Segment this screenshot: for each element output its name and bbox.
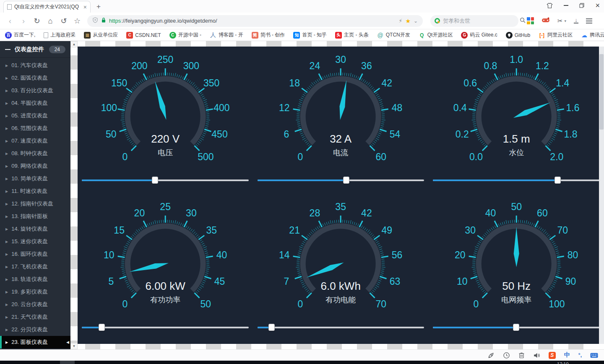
bookmark-item[interactable]: 简简书 - 创作 <box>252 31 285 39</box>
skin-theme-icon[interactable] <box>547 3 553 8</box>
browser-tab[interactable]: Qt自定义控件大全V2021(QQ × <box>3 1 91 13</box>
sidebar-item-05[interactable]: ▶05. 进度仪表盘 <box>0 109 70 122</box>
bookmark-item[interactable]: [-]阿里云社区 <box>539 31 573 39</box>
slider-handle[interactable] <box>555 177 561 184</box>
restore-button[interactable] <box>579 3 584 8</box>
scrollbar-thumb[interactable] <box>599 54 604 130</box>
sidebar-item-10[interactable]: ▶10. 简单仪表盘 <box>0 172 70 185</box>
bookmark-item[interactable]: 上海政府采 <box>44 31 76 39</box>
sidebar-item-07[interactable]: ▶07. 速度仪表盘 <box>0 135 70 147</box>
bookmark-icon: 头 <box>335 32 342 39</box>
sidebar-item-19[interactable]: ▶19. 多彩仪表盘 <box>0 286 70 298</box>
sidebar-item-14[interactable]: ▶14. 旋转仪表盘 <box>0 223 70 235</box>
gauge-slider-active-energy[interactable] <box>258 324 424 331</box>
slider-handle[interactable] <box>513 324 519 331</box>
slider-track[interactable] <box>258 327 424 328</box>
slider-handle[interactable] <box>152 177 158 184</box>
forward-icon[interactable]: › <box>18 17 29 25</box>
tab-close-icon[interactable]: × <box>83 4 87 10</box>
home-icon[interactable]: ⌂ <box>44 17 56 25</box>
sidebar-item-23[interactable]: ▶23. 面板仪表盘◀ <box>0 336 70 348</box>
back-icon[interactable]: ‹ <box>4 17 16 25</box>
sidebar-item-20[interactable]: ▶20. 云台仪表盘 <box>0 298 70 311</box>
sogou-ime-icon[interactable]: S <box>549 352 556 359</box>
slider-track[interactable] <box>82 327 248 328</box>
slider-track[interactable] <box>433 179 599 181</box>
apps-grid-icon[interactable] <box>527 17 534 24</box>
sidebar-item-03[interactable]: ▶03. 百分比仪表盘 <box>0 84 70 97</box>
gauge-tick-label: 49 <box>382 225 393 236</box>
trash-icon[interactable] <box>518 352 525 359</box>
bookmark-item[interactable]: @QTCN开发 <box>377 31 410 39</box>
volume-icon[interactable] <box>533 352 540 359</box>
sidebar-item-04[interactable]: ▶04. 半圆仪表盘 <box>0 97 70 109</box>
new-tab-button[interactable]: + <box>96 3 101 11</box>
search-icon[interactable] <box>520 17 526 25</box>
ime-language-icon[interactable]: 中 <box>564 351 570 359</box>
download-icon[interactable]: ↓ <box>574 18 578 23</box>
sidebar-title: 仪表盘控件 <box>15 46 45 53</box>
gauge-slider-grid-frequency[interactable] <box>433 324 599 331</box>
gauge-slider-voltage[interactable] <box>82 177 248 184</box>
collapse-icon[interactable] <box>5 49 10 50</box>
flash-icon[interactable]: ⚡ <box>398 18 402 24</box>
sidebar-item-08[interactable]: ▶08. 时钟仪表盘 <box>0 147 70 160</box>
slider-track[interactable] <box>82 179 248 181</box>
minimize-button[interactable] <box>564 5 568 6</box>
keyboard-icon[interactable] <box>590 353 598 358</box>
close-button[interactable]: × <box>595 2 600 9</box>
bookmark-item[interactable]: C开源中国 - <box>169 31 201 39</box>
gauge-slider-active-power[interactable] <box>82 324 248 331</box>
sidebar-item-21[interactable]: ▶21. 天气仪表盘 <box>0 311 70 323</box>
reload-icon[interactable]: ↻ <box>31 17 43 25</box>
gauge-slider-current[interactable] <box>258 177 424 184</box>
ime-punctuation-icon[interactable]: °, <box>578 352 582 358</box>
screenshot-scissors-icon[interactable]: ✂ <box>557 17 563 25</box>
sidebar-item-02[interactable]: ▶02. 圆弧仪表盘 <box>0 72 70 84</box>
sidebar-header[interactable]: 仪表盘控件 24 <box>0 41 70 58</box>
sidebar-item-16[interactable]: ▶16. 圆环仪表盘 <box>0 248 70 260</box>
sidebar-scrollbar[interactable]: ▲ ▼ <box>70 41 78 349</box>
sidebar-item-15[interactable]: ▶15. 迷你仪表盘 <box>0 235 70 248</box>
slider-handle[interactable] <box>99 324 105 331</box>
sidebar-item-09[interactable]: ▶09. 网络仪表盘 <box>0 160 70 172</box>
bookmark-item[interactable]: ▦从业单位应 <box>84 31 118 39</box>
sidebar-item-18[interactable]: ▶18. 轨道仪表盘 <box>0 273 70 286</box>
scissors-dropdown-icon[interactable]: ▾ <box>565 19 567 23</box>
sidebar-item-12[interactable]: ▶12. 指南针仪表盘 <box>0 198 70 210</box>
sidebar-item-01[interactable]: ▶01. 汽车仪表盘 <box>0 59 70 72</box>
bookmark-item[interactable]: CCSDN.NET <box>126 32 161 39</box>
scroll-down-icon[interactable]: ▼ <box>70 343 78 349</box>
rocket-icon[interactable] <box>487 352 495 359</box>
game-center-icon[interactable] <box>542 17 550 25</box>
favorite-star-icon[interactable]: ☆ <box>71 17 83 25</box>
taskbar-app-button[interactable] <box>60 361 75 364</box>
undo-icon[interactable]: ↺ <box>58 17 70 25</box>
bookmark-item[interactable]: 人博客园 - 开 <box>210 31 243 39</box>
sidebar-item-13[interactable]: ▶13. 指南针面板 <box>0 210 70 223</box>
bookmark-item[interactable]: G码云 Gitee.c <box>461 31 497 39</box>
address-bar[interactable]: https ://feiyangqingyun.gitee.io/qwidget… <box>87 15 423 27</box>
bookmark-item[interactable]: 百百度一下, <box>5 31 35 39</box>
search-box[interactable] <box>430 15 518 27</box>
bookmark-item[interactable]: 头主页 - 头条 <box>335 31 369 39</box>
sidebar-item-17[interactable]: ▶17. 飞机仪表盘 <box>0 260 70 273</box>
bookmark-star-icon[interactable]: ★ <box>405 18 411 24</box>
menu-icon[interactable] <box>586 18 592 23</box>
history-icon[interactable] <box>503 352 510 359</box>
slider-handle[interactable] <box>268 324 275 331</box>
sidebar-item-06[interactable]: ▶06. 范围仪表盘 <box>0 122 70 135</box>
bookmark-item[interactable]: 知首页 - 知乎 <box>293 31 327 39</box>
gauge-slider-water-level[interactable] <box>433 177 599 184</box>
sidebar-item-11[interactable]: ▶11. 时速仪表盘 <box>0 185 70 198</box>
bookmark-item[interactable]: ☁腾讯云社区 <box>581 31 604 39</box>
slider-track[interactable] <box>258 179 424 181</box>
page-scrollbar[interactable] <box>599 47 604 344</box>
sidebar-item-22[interactable]: ▶22. 分贝仪表盘 <box>0 323 70 336</box>
search-input[interactable] <box>443 18 517 24</box>
slider-handle[interactable] <box>343 177 349 184</box>
bookmark-item[interactable]: QQt开源社区 <box>419 31 453 39</box>
chevron-down-icon[interactable]: ⌄ <box>414 18 418 24</box>
bookmark-item[interactable]: GitHub <box>506 32 530 39</box>
scroll-up-icon[interactable]: ▲ <box>70 41 78 47</box>
